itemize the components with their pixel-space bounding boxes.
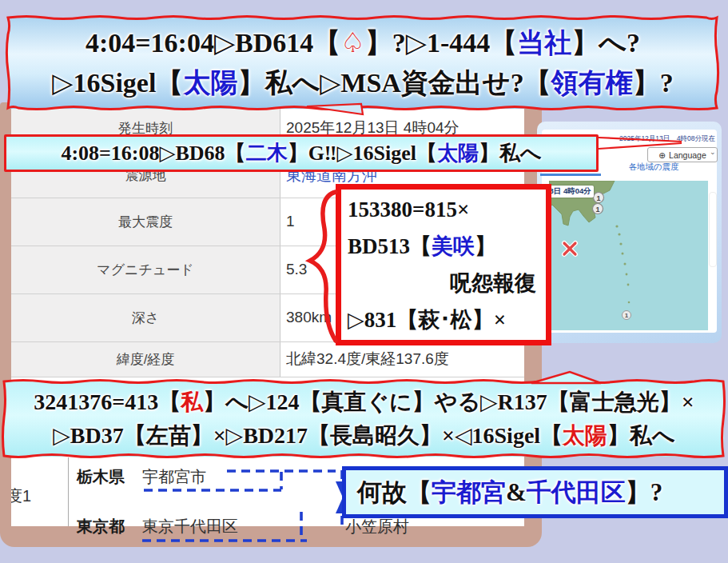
region-table-divider [68,457,69,526]
red-note-line3: 呪怨報復 [348,265,539,301]
banner-408-text: 4:08=16:08▷BD68【二木】G‼▷16Sigel【太陽】私へ [61,139,541,167]
svg-text:1: 1 [625,312,629,319]
screenshot-stage: 発生時刻 2025年12月13日 4時04分 震源地 東海道南方沖 最大震度 1… [0,0,728,563]
tab-regional-intensity[interactable]: 各地域の震度 [617,162,690,173]
globe-icon: ⊕ [658,150,666,160]
language-button[interactable]: ⊕ Language [647,147,718,162]
city-utsunomiya[interactable]: 宇都宮市 [142,466,206,488]
banner-324-line1: 3241376=413【私】へ▷124【真直ぐに】やる▷R137【富士急光】× [34,385,694,419]
map-datetime: 2025年12月13日 4時08分現在 [619,134,715,144]
seismic-map[interactable]: 1 1 1 [549,181,708,330]
map-graphics: 1 1 1 [549,181,708,330]
language-label: Language [669,150,706,160]
svg-text:1: 1 [596,194,600,202]
label-depth: 深さ [11,293,280,341]
annotation-banner-top: 4:04=16:04▷BD614【♤】?▷1-444【当社】へ? ▷16Sige… [8,18,718,109]
red-note-line1: 153380=815× [348,191,539,228]
intensity-marker-3: 1 [623,311,631,320]
red-note-line4: ▷831【萩･松】× [348,301,539,338]
annotation-banner-324: 3241376=413【私】へ▷124【真直ぐに】やる▷R137【富士急光】× … [4,381,724,457]
red-note-line2: BD513【美咲】 [348,228,539,265]
prefecture-tokyo: 東京都 [77,516,125,537]
city-ogasawara[interactable]: 小笠原村 [345,516,409,537]
label-lat-lon: 緯度/経度 [11,341,280,377]
annotation-banner-408: 4:08=16:08▷BD68【二木】G‼▷16Sigel【太陽】私へ [4,134,599,172]
row-border [11,377,524,377]
city-chiyoda[interactable]: 東京千代田区 [142,516,238,537]
epicenter-x-icon [564,243,575,254]
intensity-marker-1: 1 [594,193,604,203]
intensity-cell: 震度1 [11,480,68,512]
blue-annotation-box: 何故【宇都宮&千代田区】? [342,466,728,518]
prefecture-tochigi: 栃木県 [77,466,125,488]
banner-top-line2: ▷16Sigel【太陽】私へ▷MSA資金出せ?【領有権】? [52,63,673,103]
chevron-down-icon[interactable]: ⌄ [710,148,716,156]
map-scrollbar[interactable] [709,192,717,267]
label-max-intensity: 最大震度 [11,198,280,246]
intensity-marker-2: 1 [593,204,603,214]
banner-324-line2: ▷BD37【左苗】×▷BD217【長島昭久】×◁16Sigel【太陽】私へ [53,419,675,453]
red-annotation-box: 153380=815× BD513【美咲】 呪怨報復 ▷831【萩･松】× [336,184,551,345]
selected-tab-underline [540,174,601,176]
value-lat-lon: 北緯32.4度/東経137.6度 [286,341,524,377]
label-magnitude: マグニチュード [11,246,280,293]
svg-text:1: 1 [595,206,599,214]
banner-top-line1: 4:04=16:04▷BD614【♤】?▷1-444【当社】へ? [86,23,640,63]
blue-note-text: 何故【宇都宮&千代田区】? [357,476,662,509]
